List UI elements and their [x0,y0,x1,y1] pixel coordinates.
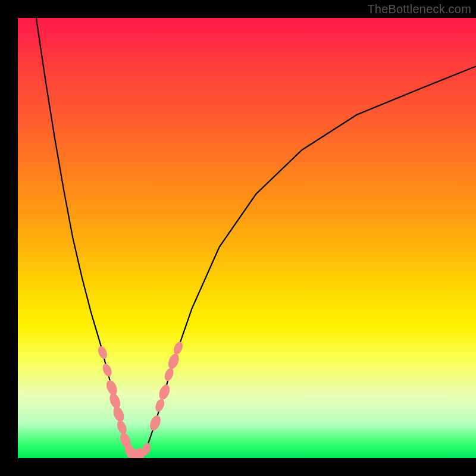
curve-marker [157,383,172,402]
attribution-text: TheBottleneck.com [367,2,471,16]
curve-marker [163,367,176,382]
chart-frame: TheBottleneck.com [0,0,476,476]
curve-marker [96,345,109,360]
marker-group [96,340,184,458]
curve-marker [172,340,184,356]
curve-marker [166,352,181,371]
curve-marker [111,405,126,424]
curve-marker [154,397,166,413]
plot-area [18,18,476,458]
curve-marker [148,414,163,432]
chart-svg [18,18,476,458]
curve-marker [115,419,129,435]
curve-marker [101,362,114,378]
bottleneck-curve [36,18,476,458]
